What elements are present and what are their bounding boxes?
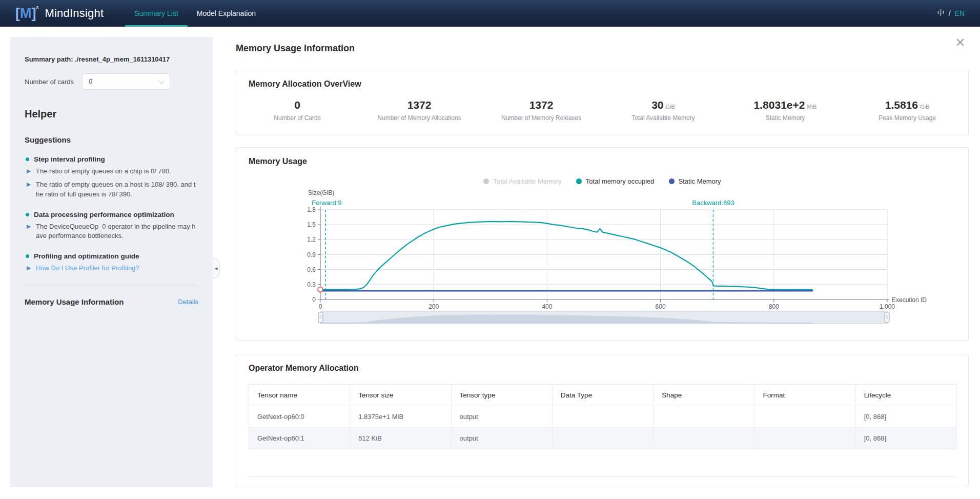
memory-usage-info-label: Memory Usage Information [25,297,124,306]
number-of-cards-row: Number of cards 0 [25,73,198,90]
table-cell [754,428,855,449]
y-tick-label: 1.2 [307,236,316,243]
suggestion-item: ▶The ratio of empty queues on a chip is … [25,167,198,176]
logo-bracket-right: ] [32,6,36,21]
stat-item: 1.8031e+2MiBStatic Memory [724,99,846,122]
y-tick-label: 1.8 [307,206,316,213]
memory-allocation-overview-card: Memory Allocation OverView 0Number of Ca… [236,70,969,135]
suggestions-list: Step interval profiling▶The ratio of emp… [25,155,198,273]
tab-model-explanation[interactable]: Model Explanation [188,0,265,27]
y-axis-title: Size(GiB) [308,189,334,196]
table-cell [654,428,754,449]
y-tick-label: 1.5 [307,221,316,228]
table-cell: 512 KiB [350,428,451,449]
y-tick-label: 0.3 [307,281,316,288]
logo-superscript: s [36,5,39,10]
x-tick-label: 800 [769,303,779,310]
stat-item: 1.5816GiBPeak Memory Usage [846,99,968,122]
stat-value: 1372 [407,99,432,111]
bullet-dot-icon [26,213,29,216]
x-tick-label: 1,000 [880,303,895,310]
suggestion-link-text: How Do I Use Profiler for Profiling? [36,264,139,272]
brand-name: MindInsight [45,7,104,20]
lang-separator: / [949,9,951,17]
suggestion-group: Step interval profiling▶The ratio of emp… [25,155,198,199]
marker-label: Backward:693 [692,199,734,207]
memory-usage-chart[interactable]: 00.30.60.91.21.51.802004006008001,000Siz… [236,189,964,313]
chevron-left-icon: ◂ [214,265,217,272]
y-tick-label: 0.9 [307,251,316,258]
marker-label: Forward:9 [312,199,342,207]
col-header-data-type: Data Type [552,385,653,406]
triangle-right-icon: ▶ [27,264,31,272]
stat-value-line: 30GiB [602,99,724,111]
table-row: GetNext-op60:01.8375e+1 MiBoutput[0, 868… [249,406,957,428]
sidebar-collapse-handle[interactable]: ◂ [213,258,220,278]
table-cell: GetNext-op60:1 [249,428,350,449]
col-header-tensor-type: Tensor type [451,385,552,406]
table-cell: [0, 868] [855,406,956,428]
logo-bracket-left: [ [15,6,20,21]
memory-usage-card: Memory Usage Total Available MemoryTotal… [236,147,969,341]
triangle-right-icon: ▶ [27,181,31,189]
suggestion-group-title-text: Data processing performance optimization [34,211,174,218]
legend-item-total-memory-occupied[interactable]: Total memory occupied [576,177,655,185]
table-cell [552,406,653,428]
stat-label: Number of Memory Releases [480,114,602,122]
profiler-guide-link[interactable]: ▶How Do I Use Profiler for Profiling? [25,264,198,273]
lang-zh[interactable]: 中 [937,9,945,18]
table-footer-divider [249,476,956,477]
suggestion-item: ▶The ratio of empty queues on a host is … [25,180,198,199]
suggestion-group: Profiling and optimization guide▶How Do … [25,252,198,273]
y-tick-label: 0 [312,296,316,303]
legend-item-static-memory[interactable]: Static Memory [669,177,721,185]
chart-legend: Total Available MemoryTotal memory occup… [236,177,968,185]
stat-value-line: 1372 [480,99,602,111]
col-header-lifecycle: Lifecycle [855,385,956,406]
stat-unit: MiB [807,104,816,110]
table-cell: 1.8375e+1 MiB [350,406,451,428]
suggestion-group-title: Step interval profiling [25,155,198,163]
stat-item: 30GiBTotal Available Memory [602,99,724,122]
suggestion-item-text: The ratio of empty queues on a host is 1… [36,181,195,198]
x-tick-label: 0 [319,303,322,310]
legend-dot-icon [576,178,582,184]
close-icon[interactable]: × [955,34,965,50]
top-navbar: [M]s MindInsight Summary List Model Expl… [0,0,980,27]
slider-handle-left[interactable] [318,312,323,323]
table-cell: GetNext-op60:0 [249,406,350,428]
x-axis-title: Execution ID [892,296,927,304]
stat-unit: GiB [920,104,929,110]
col-header-shape: Shape [654,385,754,406]
operator-table-title: Operator Memory Allocation [249,364,359,373]
legend-label: Total memory occupied [586,177,655,185]
table-cell [552,428,653,449]
summary-path: Summary path: ./resnet_4p_mem_1611310417 [25,55,198,63]
suggestion-item: ▶The DeviceQueueOp_0 operator in the pip… [25,222,198,242]
slider-handle-grip [318,312,323,323]
details-link[interactable]: Details [178,298,198,306]
language-switcher: 中 / EN [937,9,965,18]
series-total-memory-occupied [320,222,812,290]
mindinsight-app: [M]s MindInsight Summary List Model Expl… [0,0,980,499]
stat-value: 1.5816 [885,99,918,111]
mindinsight-logo-icon[interactable]: [M]s [15,6,39,21]
y-tick-label: 0.6 [307,266,316,273]
chevron-down-icon [158,78,164,84]
overview-stats-row: 0Number of Cards1372Number of Memory All… [236,99,968,122]
lang-en[interactable]: EN [955,9,965,17]
tab-summary-list[interactable]: Summary List [125,0,188,27]
overview-card-title: Memory Allocation OverView [249,79,361,89]
stat-value: 30 [651,99,663,111]
suggestion-group-title-text: Step interval profiling [34,155,105,163]
suggestion-group-title: Profiling and optimization guide [25,252,198,260]
stat-value-line: 1372 [358,99,480,111]
legend-label: Total Available Memory [493,177,561,185]
table-row: GetNext-op60:1512 KiBoutput[0, 868] [249,428,957,449]
chart-datazoom-slider[interactable] [316,310,891,325]
number-of-cards-select[interactable]: 0 [82,73,170,90]
memory-usage-card-title: Memory Usage [249,157,307,166]
slider-handle-right[interactable] [885,312,889,323]
stat-label: Number of Cards [236,114,358,122]
legend-item-total-available-memory[interactable]: Total Available Memory [483,177,561,185]
